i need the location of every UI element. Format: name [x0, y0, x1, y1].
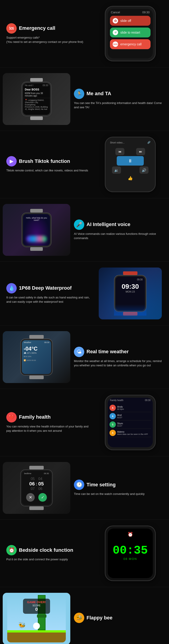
spacer	[126, 166, 135, 174]
bedside-time: 00:35	[108, 537, 153, 557]
water-title: 1P68 Deep Waterproof	[19, 285, 72, 291]
time-desc: Time can be set on the watch convenientl…	[74, 492, 163, 496]
emergency-desc: Support emergency calls*(You need to set…	[6, 36, 91, 44]
emergency-title: Emergency call	[19, 25, 55, 31]
play-restart-btn[interactable]: ▶	[33, 622, 40, 629]
text-tiktok: ▶ Brush Tiktok function Tiktok remote co…	[3, 154, 94, 176]
section-meta: He and I 09:30 Dear BOSS 600M from you 3…	[0, 68, 169, 130]
text-timesetting: 🕐 Time setting Time can be set on the wa…	[70, 477, 166, 499]
cancel-action[interactable]: ✕	[26, 493, 35, 502]
tiktok-desc: Tiktok remote control, which can like no…	[6, 168, 91, 173]
watch-header-emergency: Cancel 09:30	[108, 9, 153, 15]
next-btn[interactable]: ⏭	[136, 148, 145, 155]
chat-loc: 📍 Longgang District, Shenzhen City, Guan…	[23, 98, 50, 111]
bedside-icon-top: ⏰	[108, 528, 153, 537]
gameover-text: GAME OVER!	[27, 600, 46, 604]
watch-img-emergency: Cancel 09:30 ⏻ slide off ↺ slide to rest…	[94, 4, 166, 63]
watch-photo-ai: Hello, what help do you need?	[3, 204, 70, 256]
section-water: 09:30 09:30 MON 23 💧 1P68 Deep Waterproo…	[0, 262, 169, 325]
chat-name: Dear BOSS	[23, 88, 50, 92]
family-header: Family health 09:30	[108, 398, 153, 403]
cancel-label: Cancel	[111, 10, 120, 14]
chat-header: He and I 09:30	[23, 83, 50, 88]
confirm-action[interactable]: ✓	[38, 493, 47, 502]
ground	[7, 632, 66, 642]
play-btn[interactable]: ⏸	[117, 156, 144, 166]
watch-img-bedside: ⏰ 00:35 08 MON	[94, 524, 166, 583]
section-family: Family health 09:30 A Andy 89 bpm A	[0, 389, 169, 456]
ai-prompt: Hello, what help do you need?	[23, 217, 50, 221]
power-icon: ⏻	[113, 18, 118, 24]
bedtime-header: bedtime 09:30	[22, 471, 51, 476]
weather-detail: 90 6 15%	[24, 356, 49, 358]
slideoff-btn[interactable]: ⏻ slide off	[110, 16, 151, 26]
watch-photo-weather: Weather 09:30 -04°C ☁️ 24°c 300% 90 6 15…	[3, 331, 70, 383]
weather-header: Weather 09:30	[22, 340, 51, 345]
weather-footer: 🔁 04/09 09:30	[24, 359, 49, 361]
shortvid-header: Short video... 🔗	[108, 140, 153, 145]
prev-btn[interactable]: ⏮	[115, 148, 124, 155]
bedtime-actions: ✕ ✓	[22, 492, 51, 503]
avatar-3: A	[110, 430, 116, 436]
ai-title: AI Intelligent voice	[87, 222, 130, 227]
emergency-icon: 🆘	[6, 23, 17, 34]
family-item-1: A And 01/27	[110, 412, 151, 420]
watch-img-tiktok: Short video... 🔗 ⏮ ⏭ ⏸ 🔉 🔊	[94, 135, 166, 194]
vol-up-btn[interactable]: 🔊	[140, 166, 149, 174]
text-emergency: 🆘 Emergency call Support emergency calls…	[3, 20, 94, 47]
ai-icon: 🎤	[74, 220, 84, 230]
vol-down-btn[interactable]: 🔉	[112, 166, 121, 174]
text-ai: 🎤 AI Intelligent voice AI Voice commands…	[70, 217, 166, 243]
time-icon: 🕐	[74, 480, 84, 490]
grass	[7, 630, 66, 632]
weather-icon: 🌤	[74, 347, 84, 357]
restart-icon: ↺	[113, 30, 118, 35]
weather-body: -04°C ☁️ 24°c 300% 90 6 15% 🔁 04/09 09:3…	[22, 345, 51, 362]
watch-img-water: 09:30 09:30 MON 23	[94, 266, 166, 321]
tiktok-icon: ▶	[6, 156, 17, 166]
weather-temp: -04°C	[24, 346, 49, 352]
text-water: 💧 1P68 Deep Waterproof It can be used sa…	[3, 280, 94, 307]
ai-desc: AI Voice commands can realize various fu…	[74, 232, 163, 240]
weather-title: Real time weather	[87, 349, 129, 354]
siri-orb	[26, 236, 47, 242]
watch-img-family: Family health 09:30 A Andy 89 bpm A	[94, 393, 166, 452]
family-desc: You can remotely view the health informa…	[6, 424, 91, 433]
restart-btn[interactable]: ↺ slide to restart	[110, 28, 151, 38]
flappy-title: Flappy bee	[87, 615, 112, 621]
water-date: MON 23	[116, 290, 145, 293]
text-family: ❤️ Family health You can remotely view t…	[3, 410, 94, 436]
avatar-2: S	[110, 421, 116, 428]
family-item-0: A Andy 89 bpm	[110, 404, 151, 412]
like-btn[interactable]: 👍	[126, 174, 135, 182]
meta-icon: 🏃	[74, 89, 84, 99]
weather-sub: ☁️ 24°c 300%	[24, 352, 49, 354]
meta-title: Me and TA	[87, 91, 111, 96]
water-splash	[116, 304, 145, 310]
emergency-btn[interactable]: SOS emergency call	[110, 39, 151, 49]
section-flappy: 🐝 GAME OVER! SCORE 0 ▶ 🐝 Flappy bee	[0, 587, 169, 644]
chat-msg: 600M from you 38 minutes ago	[23, 92, 50, 98]
score-board: GAME OVER! SCORE 0	[23, 599, 50, 614]
meta-desc: You can see the TA's positioning informa…	[74, 101, 163, 110]
water-time: 09:30	[116, 283, 145, 290]
watch-photo-flappy: 🐝 GAME OVER! SCORE 0 ▶	[3, 593, 70, 644]
text-weather: 🌤 Real time weather Monitor the weather …	[70, 344, 166, 370]
section-timesetting: bedtime 09:30 05 04 06:05 07 06 ✕ ✓	[0, 456, 169, 520]
bedside-icon: ⏰	[6, 545, 17, 555]
tiktok-title: Brush Tiktok function	[19, 158, 70, 164]
family-list: A Andy 89 bpm A And 01/27	[108, 403, 153, 438]
section-ai: Hello, what help do you need? 🎤 AI Intel…	[0, 198, 169, 262]
family-item-3: A Adeno More data can be seen in the APP	[110, 429, 151, 437]
text-bedside: ⏰ Bedside clock function Put it on the s…	[3, 542, 94, 564]
water-icon: 💧	[6, 283, 17, 294]
avatar-1: A	[110, 413, 116, 419]
pipe-bottom-cap	[37, 615, 46, 618]
bedside-date: 08 MON	[108, 557, 153, 560]
water-desc: It can be used safely in daily life such…	[6, 295, 91, 304]
section-tiktok: Short video... 🔗 ⏮ ⏭ ⏸ 🔉 🔊	[0, 131, 169, 198]
bedside-title: Bedside clock function	[19, 547, 73, 553]
sos-icon: SOS	[113, 42, 118, 47]
section-bedside: ⏰ 00:35 08 MON ⏰ Bedside clock function …	[0, 520, 169, 587]
text-meta: 🏃 Me and TA You can see the TA's positio…	[70, 86, 166, 112]
